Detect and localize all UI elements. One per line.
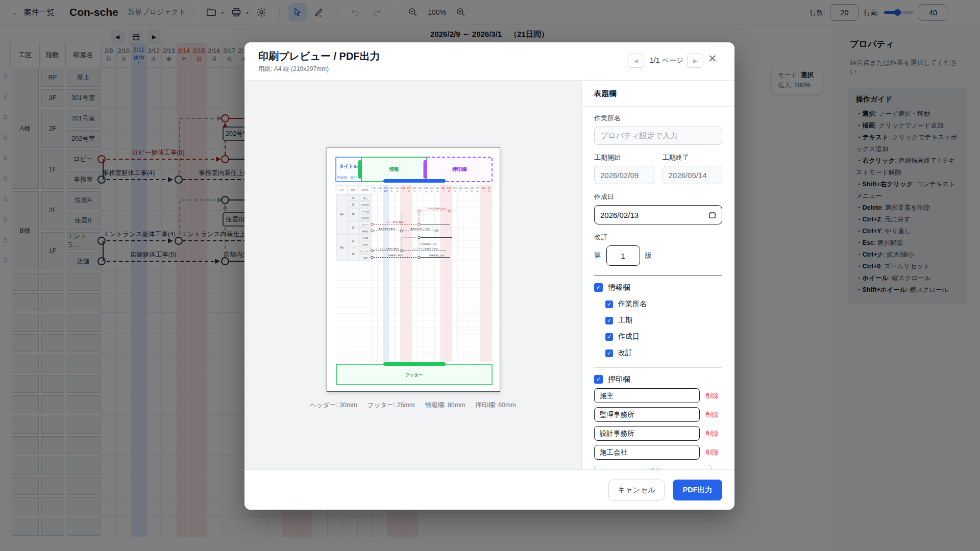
stamp-field-row: 監理事務所削除 [594, 407, 722, 422]
svg-text:店舗躯体工事(5): 店舗躯体工事(5) [388, 254, 403, 257]
stamp-field-input[interactable]: 設計事務所 [594, 426, 700, 441]
margin-dimension: 情報欄: 80mm [425, 402, 465, 409]
svg-text:202号室: 202号室 [361, 217, 369, 219]
modal-settings-panel: 表題欄 作業所名 プロパティ設定で入力 工期開始 2026/02/09 工期終了 [581, 81, 734, 469]
svg-text:2F: 2F [352, 213, 355, 216]
svg-text:2/19: 2/19 [430, 187, 433, 189]
modal-footer: キャンセル PDF出力 [244, 469, 734, 510]
svg-text:3F: 3F [352, 204, 355, 206]
svg-text:2/18: 2/18 [424, 187, 428, 189]
svg-text:ロビー: ロビー [362, 223, 369, 226]
stamp-field-row: 施主削除 [594, 388, 722, 403]
stamp-delete-link[interactable]: 削除 [705, 429, 719, 438]
svg-text:2/25: 2/25 [464, 187, 468, 189]
close-icon[interactable]: ✕ [708, 53, 717, 65]
svg-text:タイトル: タイトル [339, 164, 359, 169]
svg-text:改訂: 改訂 [351, 176, 358, 180]
created-date-label: 作成日 [594, 192, 722, 202]
svg-text:事務室内装仕上げ(3): 事務室内装仕上げ(3) [411, 228, 430, 230]
revision-suffix: 版 [645, 251, 652, 260]
svg-text:2F: 2F [352, 240, 355, 242]
svg-text:作成日: 作成日 [336, 176, 347, 179]
svg-text:2/28: 2/28 [481, 187, 485, 189]
stamp-delete-link[interactable]: 削除 [705, 410, 719, 419]
svg-text:火: 火 [459, 190, 461, 192]
stamp-field-input[interactable]: 監理事務所 [594, 407, 700, 422]
info-sub-0-checkbox[interactable]: ✓ [605, 300, 613, 308]
svg-text:水: 水 [465, 190, 468, 192]
svg-text:木: 木 [431, 190, 433, 192]
svg-text:2/12: 2/12 [390, 187, 394, 189]
stamp-field-row: 設計事務所削除 [594, 426, 722, 441]
paper-info: 用紙: A4 縦 (210x297mm) [258, 65, 329, 73]
svg-text:2/13: 2/13 [396, 187, 399, 189]
svg-text:2/10: 2/10 [378, 187, 382, 189]
pdf-export-button[interactable]: PDF出力 [673, 480, 722, 500]
svg-text:日: 日 [488, 190, 491, 192]
svg-text:2/9: 2/9 [373, 187, 376, 189]
svg-text:木: 木 [471, 190, 473, 192]
add-stamp-button[interactable]: + 追加 [594, 465, 712, 469]
print-preview-modal: 印刷プレビュー / PDF出力 用紙: A4 縦 (210x297mm) ◀ 1… [244, 42, 734, 510]
stamp-delete-link[interactable]: 削除 [705, 391, 719, 400]
stamp-field-input[interactable]: 施主 [594, 388, 700, 403]
info-sub-1-row: ✓工期 [605, 316, 722, 325]
revision-input[interactable]: 1 [606, 245, 640, 266]
svg-text:住居B内装仕上(3): 住居B内装仕上(3) [420, 243, 436, 245]
svg-text:土: 土 [402, 190, 404, 192]
info-sub-2-label: 作成日 [618, 332, 640, 341]
margin-dimension: ヘッダー: 30mm [310, 402, 357, 409]
svg-text:金: 金 [436, 190, 438, 192]
modal-title: 印刷プレビュー / PDF出力 [258, 49, 380, 63]
svg-text:金: 金 [477, 190, 479, 192]
divider [594, 367, 722, 367]
svg-text:水: 水 [425, 190, 427, 192]
site-name-label: 作業所名 [594, 114, 722, 123]
stamp-delete-link[interactable]: 削除 [705, 448, 719, 457]
stamp-section-checkbox[interactable]: ✓ [594, 375, 603, 384]
info-section-checkbox[interactable]: ✓ [594, 283, 603, 292]
svg-text:3/1: 3/1 [488, 187, 491, 189]
svg-text:2/15: 2/15 [407, 187, 410, 189]
svg-text:木: 木 [391, 190, 393, 192]
svg-text:ロビー躯体工事(5): ロビー躯体工事(5) [386, 221, 404, 223]
preview-page-content: タイトル作成日改訂情報押印欄2/9月2/10火2/11建国2/12木2/13金2… [327, 147, 500, 391]
calendar-icon [708, 211, 716, 219]
svg-text:建国: 建国 [384, 190, 388, 192]
svg-text:土: 土 [443, 190, 445, 192]
end-date-input: 2026/05/14 [663, 166, 723, 184]
svg-text:2/17: 2/17 [419, 187, 422, 189]
cancel-button[interactable]: キャンセル [608, 480, 665, 500]
created-date-input[interactable]: 2026/02/13 [594, 205, 722, 224]
page-prev-button[interactable]: ◀ [628, 54, 644, 68]
end-date-value: 2026/05/14 [669, 171, 707, 180]
svg-text:屋上: 屋上 [363, 197, 368, 199]
info-sub-3-row: ✓改訂 [605, 348, 722, 358]
svg-text:金: 金 [397, 190, 399, 192]
page-next-button[interactable]: ▶ [687, 54, 703, 68]
svg-text:1F: 1F [352, 253, 355, 256]
svg-text:日: 日 [448, 190, 450, 192]
info-sub-0-label: 作業所名 [618, 299, 647, 309]
stamp-field-input[interactable]: 施工会社 [594, 445, 700, 460]
end-date-label: 工期終了 [663, 153, 723, 162]
svg-text:2/14: 2/14 [401, 187, 405, 189]
svg-text:土: 土 [482, 190, 484, 192]
info-sub-1-checkbox[interactable]: ✓ [605, 317, 613, 324]
info-sub-3-checkbox[interactable]: ✓ [605, 349, 613, 357]
svg-text:情報: 情報 [389, 166, 400, 172]
site-name-input[interactable]: プロパティ設定で入力 [594, 127, 722, 145]
start-date-label: 工期開始 [594, 153, 654, 162]
svg-text:事務室: 事務室 [362, 230, 369, 233]
svg-text:フッター: フッター [405, 372, 423, 378]
app-root: ← 案件一覧 Con-sche - 新規プロジェクト ▾ ▾ [0, 0, 980, 551]
svg-text:日: 日 [408, 190, 410, 192]
info-sub-2-checkbox[interactable]: ✓ [605, 333, 613, 341]
svg-text:月: 月 [413, 190, 415, 192]
svg-text:B棟: B棟 [340, 246, 344, 249]
stamp-field-row: 施工会社削除 [594, 445, 722, 460]
svg-text:店舗: 店舗 [363, 257, 367, 259]
svg-text:202号室内装仕上(3): 202号室内装仕上(3) [427, 207, 446, 210]
svg-text:2/21: 2/21 [442, 187, 445, 189]
svg-text:エントランス躯体工事(4): エントランス躯体工事(4) [375, 247, 399, 250]
